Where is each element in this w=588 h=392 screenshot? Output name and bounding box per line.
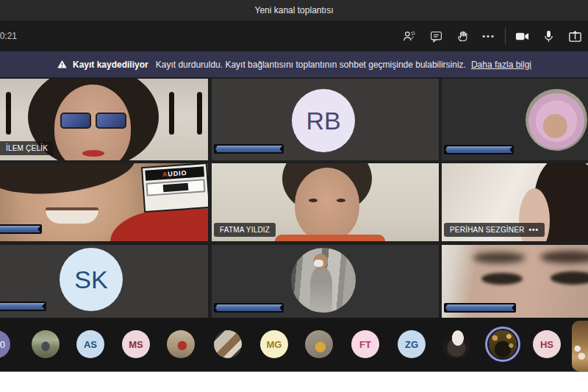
teams-meeting-window: Yeni kanal toplantısı 40:21 (0, 0, 588, 392)
banner-message: Kayıt durduruldu. Kayıt bağlantısını top… (156, 60, 466, 70)
tile-menu-icon[interactable]: ••• (529, 226, 539, 234)
audio-sign: AUDIO (143, 164, 208, 211)
participant-avatar[interactable]: ZG (398, 330, 426, 358)
video-tile-selfie[interactable] (212, 245, 439, 318)
page-background-strip (0, 371, 588, 392)
share-screen-icon (567, 29, 583, 44)
participant-avatar[interactable] (214, 330, 242, 358)
participant-avatar-partial[interactable] (572, 321, 588, 371)
video-tile-sk[interactable]: SK (0, 245, 208, 318)
audio-meter-bar (444, 303, 516, 313)
photo-avatar (291, 248, 356, 313)
participant-name-tag: FATMA YILDIZ (214, 223, 276, 237)
cabinet-handle (197, 92, 202, 135)
participant-avatar[interactable] (32, 330, 60, 358)
participant-avatar[interactable]: MS (122, 330, 150, 358)
video-tile-hijab[interactable] (442, 79, 588, 160)
raise-hand-button[interactable] (449, 21, 476, 51)
video-tile-fatma[interactable]: FATMA YILDIZ (212, 163, 439, 241)
cabinet-handle (169, 92, 174, 135)
warning-icon (57, 59, 68, 70)
participant-avatar[interactable]: HS (533, 330, 561, 358)
participants-icon (402, 29, 417, 43)
recording-banner: Kayıt kaydediliyor Kayıt durduruldu. Kay… (0, 51, 588, 77)
meeting-toolbar: 40:21 • (0, 21, 588, 51)
participant-avatar[interactable] (442, 330, 470, 358)
photo-avatar (526, 89, 587, 151)
cabinet-handle (6, 92, 11, 135)
video-tile-closeup[interactable] (442, 245, 588, 318)
participant-video (473, 252, 526, 263)
toolbar-actions: ••• (396, 21, 588, 51)
toolbar-divider (505, 28, 506, 44)
participant-avatar[interactable] (305, 330, 333, 358)
more-options-button[interactable]: ••• (476, 21, 502, 51)
microphone-icon (542, 29, 556, 43)
participant-name-tag: PERİHAN SEZGİNER ••• (444, 223, 545, 237)
meeting-title: Yeni kanal toplantısı (255, 5, 334, 15)
audio-meter-bar (0, 302, 46, 311)
audio-meter-bar (214, 144, 284, 154)
participant-avatar[interactable] (167, 330, 195, 358)
microphone-button[interactable] (535, 21, 562, 51)
video-tile-perihan[interactable]: PERİHAN SEZGİNER ••• (442, 163, 588, 241)
participant-avatar[interactable]: FT (351, 330, 379, 358)
chat-button[interactable] (423, 21, 449, 51)
more-icon: ••• (482, 32, 495, 40)
video-tile-man[interactable]: AUDIO (0, 163, 208, 241)
participant-avatar[interactable]: MG (260, 330, 288, 358)
video-tile-rb[interactable]: RB (212, 79, 439, 160)
initials-avatar: RB (292, 89, 355, 152)
video-tile-celik[interactable]: İLEM ÇELİK (0, 79, 208, 160)
meeting-timer: 40:21 (0, 21, 17, 51)
banner-bold-text: Kayıt kaydediliyor (73, 60, 148, 70)
camera-icon (514, 29, 530, 44)
overflow-avatar[interactable]: 0 (0, 330, 10, 358)
window-titlebar: Yeni kanal toplantısı (0, 0, 588, 21)
chat-icon (429, 29, 443, 43)
raise-hand-icon (456, 29, 470, 43)
camera-button[interactable] (509, 21, 535, 51)
active-speaker-avatar[interactable] (489, 330, 517, 358)
audio-meter-bar (444, 145, 514, 154)
participants-strip: 0 AS MS MG FT ZG HS (0, 318, 588, 371)
participants-button[interactable] (396, 21, 423, 51)
participant-name-tag: İLEM ÇELİK (0, 141, 54, 155)
initials-avatar: SK (60, 248, 123, 311)
audio-meter-bar (214, 303, 284, 313)
participant-avatar[interactable]: AS (76, 330, 104, 358)
audio-meter-bar (0, 224, 42, 234)
participant-video (0, 163, 138, 201)
banner-more-info-link[interactable]: Daha fazla bilgi (471, 60, 531, 70)
share-screen-button[interactable] (562, 21, 588, 51)
